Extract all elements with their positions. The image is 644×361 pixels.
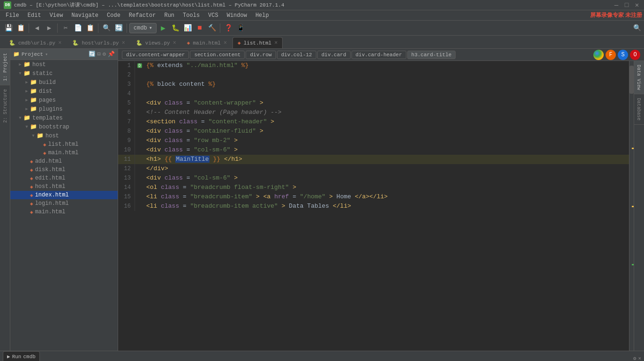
code-line-2: 2 [118, 70, 629, 80]
right-panel-database[interactable]: Database [634, 94, 644, 125]
tree-item-pages[interactable]: ▶ 📁 pages [10, 96, 118, 105]
window-title: cmdb – [E:\python\讲课\cmdb] – ...\templat… [14, 1, 285, 8]
breadcrumb-div-card[interactable]: div.card [317, 51, 351, 59]
tab-close-icon5[interactable]: × [274, 40, 277, 46]
scrollbar-thumb[interactable] [629, 66, 634, 94]
title-bar-controls[interactable]: — □ ✕ [613, 2, 640, 8]
safari-icon[interactable]: S [618, 50, 628, 60]
debug-btn[interactable]: 🐛 [170, 23, 181, 34]
toolbar-paste-btn[interactable]: 📋 [84, 23, 96, 34]
tree-item-main-html[interactable]: ◈ main.html [10, 149, 118, 157]
app-icon: DB [4, 1, 11, 9]
menu-refactor[interactable]: Refactor [125, 11, 160, 20]
sync-btn[interactable]: 🔄 [89, 51, 96, 58]
panel-tab-project[interactable]: 1: Project [0, 49, 10, 85]
tree-arrow-icon3: ▶ [23, 80, 30, 85]
close-panel-btn[interactable]: × [638, 356, 641, 361]
tree-item-templates[interactable]: ▼ 📁 templates [10, 113, 118, 122]
breadcrumb-div-row[interactable]: div.row [246, 51, 276, 59]
pin-btn[interactable]: 📌 [108, 51, 115, 58]
tree-item-main2[interactable]: ◈ main.html [10, 208, 118, 216]
menu-view[interactable]: View [46, 11, 67, 20]
tree-item-list-html[interactable]: ◈ list.html [10, 140, 118, 149]
tab-main-html[interactable]: ◈ main.html × [182, 37, 232, 48]
breadcrumb-section-content[interactable]: section.content [190, 51, 245, 59]
toolbar-back-btn[interactable]: ◀ [31, 23, 43, 34]
toolbar-search[interactable]: 🔍 [633, 24, 641, 32]
settings-gear-btn[interactable]: ⚙ [633, 355, 637, 361]
editor-main: 1 D {% extends "../main.html" %} 2 [118, 61, 644, 351]
tree-item-index[interactable]: ◈ index.html [10, 191, 118, 199]
tab-close-icon3[interactable]: × [173, 40, 176, 46]
project-header-label: Project [22, 52, 43, 57]
project-header-actions[interactable]: 🔄 ⊟ ⚙ 📌 [89, 51, 115, 58]
coverage-btn[interactable]: 📊 [182, 23, 193, 34]
tab-views[interactable]: 🐍 views.py × [131, 37, 181, 48]
stop-btn[interactable]: ■ [194, 23, 205, 34]
close-button[interactable]: ✕ [634, 2, 640, 8]
toolbar-save-btn[interactable]: 💾 [3, 23, 14, 34]
toolbar-copy-btn[interactable]: 📄 [72, 23, 83, 34]
menu-vcs[interactable]: VCS [204, 11, 222, 20]
tree-item-login[interactable]: ◈ login.html [10, 199, 118, 208]
html-div: <div [146, 128, 161, 135]
minimize-button[interactable]: — [613, 2, 620, 8]
tab-close-icon4[interactable]: × [224, 40, 227, 46]
right-panel-data-view[interactable]: Data View [634, 61, 644, 94]
toolbar-cut-btn[interactable]: ✂ [60, 23, 71, 34]
menu-tools[interactable]: Tools [179, 11, 203, 20]
tree-item-host3[interactable]: ◈ host.html [10, 182, 118, 191]
maximize-button[interactable]: □ [623, 2, 630, 8]
help-btn[interactable]: ❓ [223, 23, 234, 34]
tree-item-bootstrap[interactable]: ▼ 📁 bootstrap [10, 122, 118, 131]
tree-item-dist[interactable]: ▶ 📁 dist [10, 87, 118, 96]
tab-close-icon2[interactable]: × [122, 40, 125, 46]
menu-run[interactable]: Run [160, 11, 178, 20]
tab-list-html[interactable]: ◈ list.html × [232, 37, 283, 48]
menu-file[interactable]: File [2, 11, 23, 20]
tab-close-icon[interactable]: × [58, 40, 61, 46]
menu-navigate[interactable]: Navigate [67, 11, 102, 20]
code-editor[interactable]: 1 D {% extends "../main.html" %} 2 [118, 61, 629, 351]
bottom-tab-run[interactable]: ▶ Run cmdb [3, 351, 40, 361]
extra-btn[interactable]: 📱 [235, 23, 246, 34]
search-icon[interactable]: 🔍 [633, 24, 641, 32]
opera-icon[interactable]: O [630, 50, 640, 60]
tree-item-static[interactable]: ▼ 📁 static [10, 69, 118, 78]
tree-item-build[interactable]: ▶ 📁 build [10, 78, 118, 87]
build-btn[interactable]: 🔨 [206, 23, 217, 34]
menu-code[interactable]: Code [103, 11, 124, 20]
toolbar-sep4 [127, 23, 127, 33]
firefox-icon[interactable]: F [606, 50, 616, 60]
tab-label3: views.py [145, 40, 170, 46]
tab-html-icon2: ◈ [238, 40, 241, 46]
chrome-icon[interactable]: C [593, 50, 604, 60]
tree-arrow-icon5: ▶ [23, 98, 30, 103]
breadcrumb-content-wrapper[interactable]: div.content-wrapper [122, 51, 189, 59]
run-config-dropdown[interactable]: cmdb ▾ [129, 23, 157, 33]
toolbar-replace-btn[interactable]: 🔄 [113, 23, 124, 34]
collapse-btn[interactable]: ⊟ [97, 51, 101, 58]
toolbar-btn2[interactable]: 📋 [15, 23, 26, 34]
run-btn[interactable]: ▶ [157, 23, 169, 34]
tab-cmdb-urls[interactable]: 🐍 cmdb\urls.py × [4, 37, 67, 48]
menu-window[interactable]: Window [223, 11, 251, 20]
toolbar-forward-btn[interactable]: ▶ [44, 23, 55, 34]
editor-scrollbar[interactable] [629, 61, 634, 351]
breadcrumb-div-col12[interactable]: div.col-12 [277, 51, 316, 59]
menu-help[interactable]: Help [252, 11, 273, 20]
tree-item-host2[interactable]: ▼ 📁 host [10, 131, 118, 140]
toolbar-find-btn[interactable]: 🔍 [101, 23, 112, 34]
breadcrumb-div-card-header[interactable]: div.card-header [352, 51, 406, 59]
code-line-7: 7 <section class = "content-header" > [118, 117, 629, 127]
breadcrumb-h3-card-title[interactable]: h3.card-title [407, 51, 456, 59]
panel-tab-structure[interactable]: 2: Structure [0, 85, 10, 127]
tree-item-add[interactable]: ◈ add.html [10, 157, 118, 165]
tree-item-disk[interactable]: ◈ disk.html [10, 165, 118, 174]
settings-btn[interactable]: ⚙ [103, 51, 106, 58]
menu-edit[interactable]: Edit [24, 11, 45, 20]
tree-item-edit[interactable]: ◈ edit.html [10, 174, 118, 182]
tree-item-host[interactable]: ▶ 📁 host [10, 60, 118, 69]
tree-item-plugins[interactable]: ▶ 📁 plugins [10, 105, 118, 113]
tab-host-urls[interactable]: 🐍 host\urls.py × [67, 37, 130, 48]
